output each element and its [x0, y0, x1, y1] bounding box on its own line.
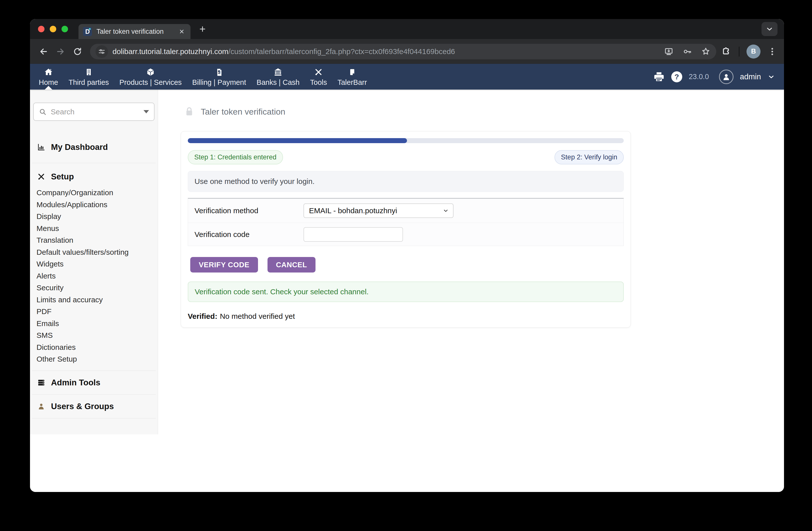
- sidebar-search[interactable]: [33, 102, 155, 121]
- step1-badge: Step 1: Credentials entered: [188, 150, 283, 164]
- sidebar-item-translation[interactable]: Translation: [30, 234, 158, 246]
- browser-menu-kebab-icon[interactable]: [768, 47, 777, 56]
- topnav-billing-payment[interactable]: $ Billing | Payment: [187, 64, 251, 89]
- sidebar-item-admin-tools[interactable]: Admin Tools: [30, 375, 158, 390]
- tab-strip: D Taler token verification: [30, 19, 784, 39]
- user-avatar-icon[interactable]: [719, 70, 734, 84]
- verify-code-button[interactable]: VERIFY CODE: [190, 257, 258, 273]
- server-stack-icon: [37, 378, 45, 387]
- version-label: 23.0.0: [689, 73, 709, 81]
- search-input[interactable]: [51, 108, 144, 116]
- sidebar-item-sms[interactable]: SMS: [30, 329, 158, 341]
- sidebar-item-my-dashboard[interactable]: My Dashboard: [30, 139, 158, 155]
- cancel-button[interactable]: CANCEL: [267, 257, 316, 273]
- dolibarr-favicon-icon: D: [83, 27, 92, 36]
- minimize-window-button[interactable]: [50, 26, 56, 32]
- install-app-icon[interactable]: [664, 46, 674, 57]
- sidebar-item-dictionaries[interactable]: Dictionaries: [30, 341, 158, 353]
- site-settings-icon[interactable]: [96, 45, 108, 58]
- verification-code-input[interactable]: [304, 227, 403, 242]
- back-button[interactable]: [37, 45, 50, 58]
- sidebar-item-menus[interactable]: Menus: [30, 222, 158, 235]
- sidebar-item-widgets[interactable]: Widgets: [30, 258, 158, 270]
- dashboard-chart-icon: [37, 143, 45, 151]
- lock-icon: [184, 106, 194, 117]
- reload-button[interactable]: [71, 45, 84, 58]
- sidebar-divider: [32, 163, 156, 163]
- building-icon: [85, 67, 93, 76]
- topnav-talerbarr[interactable]: TalerBarr: [332, 64, 372, 89]
- page-title: Taler token verification: [201, 107, 285, 116]
- left-menu-sidebar: My Dashboard Setup Company/Organization …: [30, 89, 158, 434]
- talerbarr-card-icon: [348, 67, 356, 76]
- sidebar-item-modules-applications[interactable]: Modules/Applications: [30, 199, 158, 211]
- progress-bar: [188, 138, 624, 143]
- sidebar-item-pdf[interactable]: PDF: [30, 306, 158, 318]
- sidebar-item-setup[interactable]: Setup: [30, 169, 158, 184]
- sidebar-item-security[interactable]: Security: [30, 282, 158, 294]
- sidebar-divider: [32, 371, 156, 371]
- setup-tools-icon: [37, 173, 45, 181]
- verification-method-label: Verification method: [194, 207, 304, 215]
- sidebar-divider: [32, 394, 156, 395]
- verification-code-label: Verification code: [194, 230, 304, 239]
- topnav-third-parties[interactable]: Third parties: [63, 64, 114, 89]
- browser-window: D Taler token verification do: [30, 19, 784, 492]
- sidebar-item-other-setup[interactable]: Other Setup: [30, 353, 158, 365]
- topnav-tools[interactable]: Tools: [305, 64, 332, 89]
- password-key-icon[interactable]: [682, 46, 692, 57]
- user-menu-chevron-icon[interactable]: [768, 73, 775, 81]
- sidebar-item-limits-accuracy[interactable]: Limits and accuracy: [30, 294, 158, 306]
- zoom-window-button[interactable]: [61, 26, 68, 32]
- browser-toolbar: dolibarr.tutorial.taler.potuzhnyi.com/cu…: [30, 39, 784, 64]
- topnav-products-services[interactable]: Products | Services: [114, 64, 187, 89]
- search-icon: [39, 108, 47, 116]
- new-tab-button[interactable]: [197, 24, 208, 34]
- table-row: Verification method EMAIL - bohdan.potuz…: [188, 199, 624, 223]
- success-notice: Verification code sent. Check your selec…: [188, 281, 624, 302]
- tab-close-icon[interactable]: [177, 27, 186, 36]
- tab-search-chevron-icon[interactable]: [762, 22, 778, 36]
- verified-label: Verified:: [188, 312, 217, 320]
- tools-icon: [314, 67, 323, 76]
- toolbar-separator: [739, 46, 740, 57]
- verification-method-select[interactable]: EMAIL - bohdan.potuzhnyi: [304, 204, 453, 218]
- table-row: Verification code: [188, 223, 624, 246]
- verification-form-table: Verification method EMAIL - bohdan.potuz…: [188, 198, 624, 246]
- dolibarr-top-menu: Home Third parties Products | Services $…: [30, 64, 784, 89]
- print-icon[interactable]: [653, 71, 665, 83]
- traffic-lights: [38, 26, 68, 32]
- sidebar-item-users-groups[interactable]: Users & Groups: [30, 399, 158, 414]
- select-chevron-icon: [443, 207, 449, 214]
- sidebar-item-emails[interactable]: Emails: [30, 318, 158, 330]
- person-icon: [37, 402, 45, 410]
- main-content: Taler token verification Step 1: Credent…: [158, 89, 784, 492]
- url-text: dolibarr.tutorial.taler.potuzhnyi.com/cu…: [113, 47, 659, 56]
- topnav-banks-cash[interactable]: Banks | Cash: [251, 64, 305, 89]
- extensions-puzzle-icon[interactable]: [721, 46, 732, 57]
- bank-icon: [274, 67, 282, 76]
- profile-avatar[interactable]: B: [746, 44, 760, 58]
- instruction-box: Use one method to verify your login.: [188, 171, 624, 192]
- search-dropdown-caret-icon[interactable]: [144, 110, 149, 113]
- verified-status: Verified:No method verified yet: [188, 312, 624, 321]
- verification-card: Step 1: Credentials entered Step 2: Veri…: [181, 131, 631, 327]
- address-bar[interactable]: dolibarr.tutorial.taler.potuzhnyi.com/cu…: [90, 44, 716, 59]
- sidebar-item-alerts[interactable]: Alerts: [30, 270, 158, 282]
- invoice-icon: $: [216, 67, 223, 76]
- sidebar-item-company-organization[interactable]: Company/Organization: [30, 187, 158, 199]
- verified-value: No method verified yet: [220, 312, 295, 320]
- help-icon[interactable]: ?: [671, 71, 682, 82]
- sidebar-item-display[interactable]: Display: [30, 210, 158, 222]
- topnav-home[interactable]: Home: [33, 64, 63, 89]
- browser-tab[interactable]: D Taler token verification: [78, 24, 190, 39]
- cube-icon: [146, 67, 155, 76]
- step2-badge: Step 2: Verify login: [554, 150, 624, 164]
- progress-bar-fill: [188, 138, 407, 143]
- forward-button[interactable]: [54, 45, 67, 58]
- close-window-button[interactable]: [38, 26, 44, 32]
- bookmark-star-icon[interactable]: [701, 46, 711, 57]
- user-menu[interactable]: admin: [740, 72, 761, 81]
- tab-title: Taler token verification: [97, 28, 177, 36]
- sidebar-item-default-values[interactable]: Default values/filters/sorting: [30, 246, 158, 258]
